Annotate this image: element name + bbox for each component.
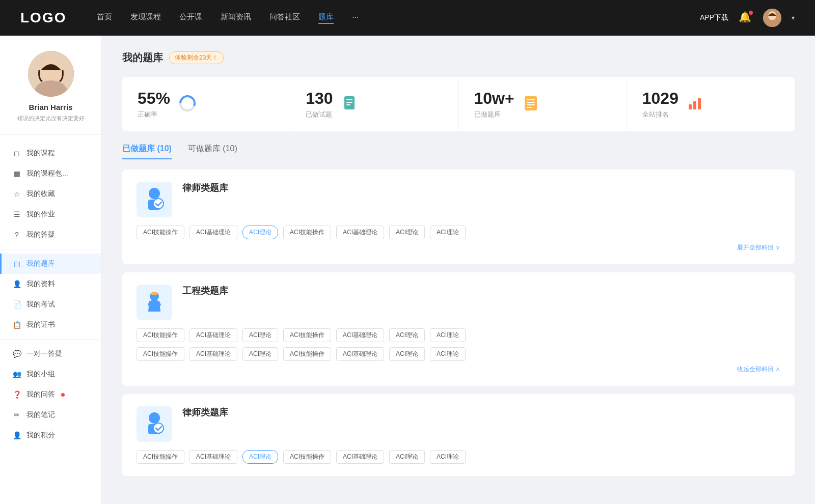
sidebar-item-course-packages[interactable]: ▦ 我的课程包... <box>0 163 101 184</box>
qbank-card-engineer: 工程类题库 ACI技能操作 ACI基础理论 ACI理论 ACI技能操作 ACI基… <box>122 272 795 386</box>
sidebar-item-1on1[interactable]: 💬 一对一答疑 <box>0 344 101 364</box>
pie-chart-icon <box>178 94 197 115</box>
tag-e6[interactable]: ACI理论 <box>430 328 466 342</box>
qa-icon: ? <box>12 231 21 239</box>
notes-icon: ✏ <box>12 411 21 419</box>
tag-l2-2[interactable]: ACI理论 <box>242 450 278 464</box>
tag-5[interactable]: ACI理论 <box>389 226 425 239</box>
star-icon: ☆ <box>12 190 21 198</box>
stat-accuracy-info: 55% 正确率 <box>138 89 170 119</box>
sidebar-item-exams[interactable]: 📄 我的考试 <box>0 294 101 315</box>
expand-link-1[interactable]: 展开全部科目 ∨ <box>137 243 780 252</box>
sidebar-item-questions[interactable]: ❓ 我的问答 <box>0 384 101 405</box>
qbank-title-1: 律师类题库 <box>182 182 228 194</box>
tag-l2-1[interactable]: ACI基础理论 <box>189 450 237 464</box>
svg-rect-14 <box>527 102 535 103</box>
sidebar-item-label: 我的收藏 <box>26 189 55 199</box>
tag-l2-6[interactable]: ACI理论 <box>430 450 466 464</box>
tag-2[interactable]: ACI理论 <box>242 226 278 239</box>
courses-icon: ◻ <box>12 149 21 157</box>
sidebar-item-qa[interactable]: ? 我的答疑 <box>0 225 101 245</box>
svg-rect-16 <box>527 107 532 108</box>
profile-name: Brian Harris <box>10 103 91 111</box>
tag-e2-4[interactable]: ACI基础理论 <box>336 347 384 361</box>
app-download-button[interactable]: APP下载 <box>700 13 728 22</box>
tag-l2-5[interactable]: ACI理论 <box>389 450 425 464</box>
sidebar-item-label: 我的题库 <box>26 259 55 268</box>
qbank-card-lawyer-2: 律师类题库 ACI技能操作 ACI基础理论 ACI理论 ACI技能操作 ACI基… <box>122 394 795 476</box>
tab-available-qbank[interactable]: 可做题库 (10) <box>188 144 237 159</box>
tag-l2-4[interactable]: ACI基础理论 <box>336 450 384 464</box>
nav-links: 首页 发现课程 公开课 新闻资讯 问答社区 题库 ··· <box>97 12 700 24</box>
sidebar-item-points[interactable]: 👤 我的积分 <box>0 425 101 445</box>
sidebar-item-favorites[interactable]: ☆ 我的收藏 <box>0 184 101 204</box>
sidebar-item-certificates[interactable]: 📋 我的证书 <box>0 315 101 335</box>
tag-e3[interactable]: ACI技能操作 <box>283 328 331 342</box>
svg-rect-19 <box>698 98 701 109</box>
qbank-tags-2-row1: ACI技能操作 ACI基础理论 ACI理论 ACI技能操作 ACI基础理论 AC… <box>137 328 780 342</box>
svg-rect-17 <box>689 104 692 109</box>
user-menu-chevron[interactable]: ▾ <box>792 14 795 21</box>
sidebar-item-notes[interactable]: ✏ 我的笔记 <box>0 405 101 425</box>
tag-1[interactable]: ACI基础理论 <box>189 226 237 239</box>
svg-point-25 <box>149 412 160 424</box>
stat-done-qbank: 10w+ 已做题库 <box>459 77 627 131</box>
tag-4[interactable]: ACI基础理论 <box>336 226 384 239</box>
sidebar-item-label: 我的资料 <box>26 279 55 289</box>
tag-e2[interactable]: ACI理论 <box>242 328 278 342</box>
avatar[interactable] <box>763 9 781 27</box>
trial-badge: 体验剩余23天！ <box>169 51 224 64</box>
tag-l2-0[interactable]: ACI技能操作 <box>137 450 184 464</box>
qbank-tags-2-row2: ACI技能操作 ACI基础理论 ACI理论 ACI技能操作 ACI基础理论 AC… <box>137 347 780 361</box>
tag-e2-6[interactable]: ACI理论 <box>430 347 466 361</box>
svg-point-20 <box>149 188 160 199</box>
tag-3[interactable]: ACI技能操作 <box>283 226 331 239</box>
tag-e5[interactable]: ACI理论 <box>389 328 425 342</box>
tag-e2-2[interactable]: ACI理论 <box>242 347 278 361</box>
tag-e1[interactable]: ACI基础理论 <box>189 328 237 342</box>
qbank-title-2: 工程类题库 <box>182 285 228 297</box>
nav-home[interactable]: 首页 <box>97 12 112 24</box>
tag-e2-0[interactable]: ACI技能操作 <box>137 347 184 361</box>
stat-rank: 1029 全站排名 <box>627 77 795 131</box>
collapse-link-2[interactable]: 收起全部科目 ∧ <box>137 365 780 374</box>
nav-open-course[interactable]: 公开课 <box>179 12 202 24</box>
stat-rank-label: 全站排名 <box>642 110 678 119</box>
stat-done-qbank-info: 10w+ 已做题库 <box>474 89 514 119</box>
tag-l2-3[interactable]: ACI技能操作 <box>283 450 331 464</box>
svg-rect-11 <box>346 104 350 105</box>
sidebar-item-courses[interactable]: ◻ 我的课程 <box>0 143 101 163</box>
tag-e4[interactable]: ACI基础理论 <box>336 328 384 342</box>
profile-avatar <box>28 51 74 97</box>
tag-0[interactable]: ACI技能操作 <box>137 226 184 239</box>
nav-discover[interactable]: 发现课程 <box>130 12 161 24</box>
sidebar-item-qbank[interactable]: ▤ 我的题库 <box>0 254 101 274</box>
sidebar-item-label: 我的考试 <box>26 300 55 309</box>
svg-rect-15 <box>527 104 535 105</box>
page-layout: Brian Harris 错误的决定比没有决定要好 ◻ 我的课程 ▦ 我的课程包… <box>0 36 815 504</box>
stats-row: 55% 正确率 130 已做试题 <box>122 77 795 131</box>
tab-done-qbank[interactable]: 已做题库 (10) <box>122 144 172 159</box>
sidebar-item-homework[interactable]: ☰ 我的作业 <box>0 204 101 225</box>
svg-rect-18 <box>693 101 696 109</box>
tag-e2-5[interactable]: ACI理论 <box>389 347 425 361</box>
svg-point-27 <box>153 423 164 433</box>
notification-dot-small <box>61 393 65 397</box>
nav-news[interactable]: 新闻资讯 <box>221 12 251 24</box>
stat-accuracy-value: 55% <box>138 89 170 108</box>
tag-e2-3[interactable]: ACI技能操作 <box>283 347 331 361</box>
stat-done-questions-info: 130 已做试题 <box>306 89 333 119</box>
nav-more[interactable]: ··· <box>352 12 359 24</box>
sidebar-profile: Brian Harris 错误的决定比没有决定要好 <box>0 51 101 135</box>
sidebar-item-groups[interactable]: 👥 我的小组 <box>0 364 101 384</box>
notification-bell[interactable]: 🔔 <box>739 11 753 25</box>
nav-qbank[interactable]: 题库 <box>318 12 334 24</box>
nav-qa[interactable]: 问答社区 <box>269 12 300 24</box>
qbank-header-1: 律师类题库 <box>137 182 780 217</box>
sidebar-menu: ◻ 我的课程 ▦ 我的课程包... ☆ 我的收藏 ☰ 我的作业 ? 我的答疑 ▤ <box>0 135 101 454</box>
svg-point-22 <box>153 199 164 209</box>
sidebar-item-materials[interactable]: 👤 我的资料 <box>0 274 101 294</box>
tag-6[interactable]: ACI理论 <box>430 226 466 239</box>
tag-e2-1[interactable]: ACI基础理论 <box>189 347 237 361</box>
tag-e0[interactable]: ACI技能操作 <box>137 328 184 342</box>
